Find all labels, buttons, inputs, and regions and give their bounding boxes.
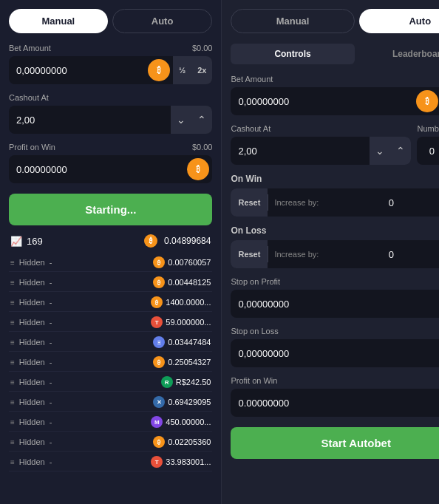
bet-list: ≡Hidden- ₿0.00760057 ≡Hidden- ₿0.0044812…	[9, 253, 212, 471]
double-button[interactable]: 2x	[191, 56, 212, 84]
stop-loss-input[interactable]	[231, 348, 439, 359]
right-profit-input-row: ₿	[231, 389, 439, 417]
bet-name: Hidden	[19, 398, 45, 406]
stats-row: 📈 169 ₿ 0.04899684	[9, 234, 212, 248]
right-tab-row: Manual Auto	[231, 9, 439, 33]
bet-amount-input-row: ₿ ½ 2x	[9, 56, 212, 84]
bet-amount: 0.00760057	[168, 258, 211, 267]
stop-profit-label: Stop on Profit	[231, 277, 280, 286]
bet-sep: -	[50, 278, 52, 287]
right-profit-label: Profit on Win	[231, 376, 277, 385]
bet-amount: 0.69429095	[168, 398, 211, 406]
bet-sep: -	[50, 298, 52, 307]
start-button[interactable]: Starting...	[9, 194, 212, 225]
number-bets-group: Number of Bets ∞	[417, 124, 439, 165]
bet-name: Hidden	[19, 338, 45, 347]
stop-profit-input-row: ₿	[231, 290, 439, 318]
bet-amount: 0.03447484	[168, 338, 211, 347]
cashout-input[interactable]	[9, 115, 171, 126]
bet-amount: 59.000000...	[166, 318, 211, 327]
half-button[interactable]: ½	[173, 56, 191, 84]
on-win-reset-button[interactable]: Reset	[231, 188, 268, 217]
on-win-increase-label: Increase by:	[268, 198, 324, 207]
profit-btc-icon: ₿	[187, 158, 209, 180]
stop-profit-input[interactable]	[231, 299, 439, 310]
profit-value: $0.00	[192, 143, 213, 151]
right-profit-label-row: Profit on Win $0.00	[231, 376, 439, 385]
stats-left: 📈 169	[10, 236, 43, 247]
right-tab-auto[interactable]: Auto	[359, 9, 439, 33]
left-tab-auto[interactable]: Auto	[112, 9, 213, 33]
bet-amount-label-row: Bet Amount $0.00	[9, 44, 212, 52]
left-tab-row: Manual Auto	[9, 9, 212, 33]
on-loss-increase-input[interactable]	[324, 249, 439, 260]
on-loss-increase-label: Increase by:	[268, 250, 324, 259]
table-row: ≡Hidden- M450.00000...	[9, 413, 212, 432]
bet-sep: -	[50, 258, 52, 267]
bet-amount: R$242.50	[176, 378, 211, 386]
cashout-down-btn[interactable]: ⌄	[171, 106, 191, 134]
num-bets-input[interactable]	[417, 146, 439, 157]
cashout-group: Cashout At ⌄ ⌃	[231, 124, 411, 165]
table-row: ≡Hidden- ✕0.69429095	[9, 393, 212, 412]
stats-amount: 0.04899684	[164, 236, 211, 246]
sub-tab-controls[interactable]: Controls	[231, 44, 354, 64]
right-tab-manual[interactable]: Manual	[231, 9, 354, 33]
stats-count: 169	[27, 236, 43, 247]
right-cashout-input[interactable]	[231, 146, 370, 157]
bet-amount: 0.02205360	[168, 437, 211, 446]
chart-icon: 📈	[10, 236, 22, 247]
coin-icon: ₿	[151, 296, 163, 308]
right-bet-amount-input[interactable]	[231, 96, 416, 107]
right-bet-amount-label: Bet Amount	[231, 75, 273, 84]
cashout-up-btn[interactable]: ⌃	[191, 106, 212, 134]
stop-loss-input-row: ₿	[231, 339, 439, 367]
bet-name: Hidden	[19, 418, 45, 426]
left-panel: Manual Auto Bet Amount $0.00 ₿ ½ 2x Cash…	[0, 0, 221, 504]
coin-icon: T	[151, 456, 163, 468]
right-cashout-label: Cashout At	[231, 124, 270, 133]
stop-profit-label-row: Stop on Profit $0.00	[231, 277, 439, 286]
table-row: ≡Hidden- RR$242.50	[9, 373, 212, 392]
cashout-label-row: Cashout At	[9, 93, 212, 102]
num-bets-input-row: ∞	[417, 137, 439, 165]
cashout-label: Cashout At	[9, 93, 49, 102]
coin-icon: T	[151, 316, 163, 328]
bet-amount: 0.25054327	[168, 358, 211, 367]
profit-input[interactable]	[9, 164, 187, 175]
coin-icon: ₿	[153, 356, 165, 368]
on-win-label: On Win	[231, 174, 439, 184]
table-row: ≡Hidden- ₿0.00448125	[9, 273, 212, 292]
on-win-increase-input[interactable]	[324, 197, 439, 208]
profit-input-row: ₿	[9, 155, 212, 183]
on-loss-reset-button[interactable]: Reset	[231, 240, 268, 268]
profit-label: Profit on Win	[9, 143, 55, 151]
right-profit-input[interactable]	[231, 398, 439, 409]
bet-name: Hidden	[19, 378, 45, 386]
right-bet-amount-label-row: Bet Amount $0.00	[231, 75, 439, 84]
coin-icon: ₿	[153, 276, 165, 288]
bet-sep: -	[50, 418, 52, 426]
bet-amount: 33.983001...	[166, 457, 211, 466]
start-autobet-button[interactable]: Start Autobet	[231, 427, 439, 459]
left-tab-manual[interactable]: Manual	[9, 9, 108, 33]
sub-tab-leaderboard[interactable]: Leaderboard	[358, 44, 439, 64]
bet-amount-label: Bet Amount	[9, 44, 51, 52]
coin-icon: M	[151, 416, 163, 428]
bet-amount-input[interactable]	[9, 65, 148, 76]
coin-icon: ✕	[153, 396, 165, 408]
coin-icon: Ξ	[153, 336, 165, 348]
stats-btc-icon: ₿	[144, 234, 157, 248]
table-row: ≡Hidden- ₿0.00760057	[9, 253, 212, 272]
right-cashout-up-btn[interactable]: ⌃	[390, 137, 411, 165]
cashout-input-row: ⌄ ⌃	[9, 106, 212, 134]
bet-sep: -	[50, 398, 52, 406]
right-btc-icon: ₿	[416, 90, 438, 112]
table-row: ≡Hidden- ₿0.02205360	[9, 433, 212, 452]
table-row: ≡Hidden- T59.000000...	[9, 313, 212, 332]
table-row: ≡Hidden- ₿0.25054327	[9, 353, 212, 372]
right-cashout-down-btn[interactable]: ⌄	[370, 137, 390, 165]
btc-icon: ₿	[148, 59, 170, 81]
bet-amount: 0.00448125	[168, 278, 211, 287]
right-panel: Manual Auto Controls Leaderboard Bet Amo…	[221, 0, 439, 504]
